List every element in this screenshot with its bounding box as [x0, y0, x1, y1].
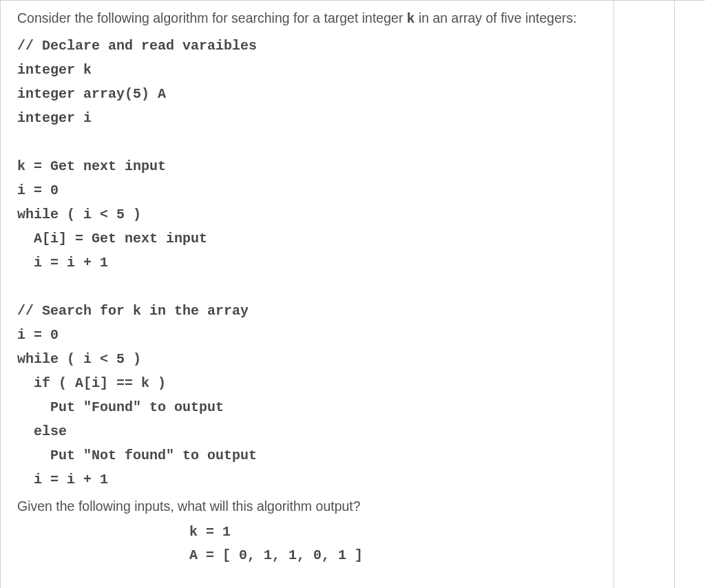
code-line: i = 0 — [17, 182, 59, 198]
code-line: while ( i < 5 ) — [17, 207, 141, 222]
code-line: if ( A[i] == k ) — [17, 375, 166, 391]
code-line: integer i — [17, 110, 92, 126]
code-line: while ( i < 5 ) — [17, 351, 141, 367]
code-line: A[i] = Get next input — [17, 231, 207, 246]
code-line: else — [17, 423, 67, 439]
code-line: Put "Not found" to output — [17, 448, 257, 463]
input-line-k: k = 1 — [189, 524, 231, 540]
content-area: Consider the following algorithm for sea… — [1, 1, 614, 588]
sidebar-divider — [674, 1, 675, 588]
intro-text-1: Consider the following algorithm for sea… — [17, 10, 407, 25]
code-line: // Search for k in the array — [17, 303, 249, 319]
intro-paragraph: Consider the following algorithm for sea… — [17, 8, 593, 30]
question-container: Consider the following algorithm for sea… — [0, 0, 705, 588]
input-line-a: A = [ 0, 1, 1, 0, 1 ] — [189, 547, 363, 563]
code-line: // Declare and read varaibles — [17, 38, 257, 54]
code-line: Put "Found" to output — [17, 399, 224, 415]
intro-text-2: in an array of five integers: — [415, 10, 577, 25]
algorithm-code-block: // Declare and read varaibles integer k … — [17, 34, 593, 492]
code-line: integer array(5) A — [17, 86, 166, 102]
inline-code-k: k — [407, 12, 415, 27]
code-line: k = Get next input — [17, 158, 166, 174]
code-line: i = i + 1 — [17, 255, 108, 271]
code-line: i = 0 — [17, 327, 59, 343]
question-text: Given the following inputs, what will th… — [17, 496, 593, 516]
given-inputs-block: k = 1 A = [ 0, 1, 1, 0, 1 ] — [17, 521, 593, 567]
code-line: i = i + 1 — [17, 472, 108, 487]
code-line: integer k — [17, 62, 92, 78]
